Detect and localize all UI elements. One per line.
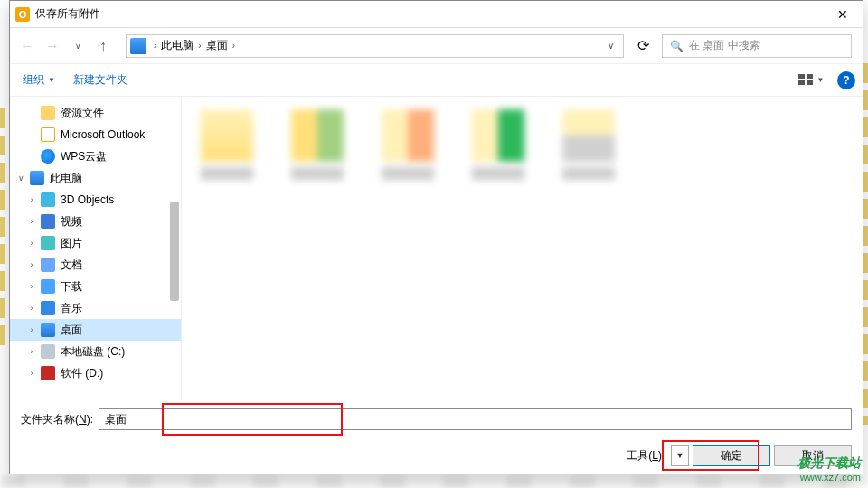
music-icon [41,301,55,315]
expand-icon[interactable]: › [26,260,37,269]
folder-tile[interactable] [285,109,350,180]
sidebar-item[interactable]: ›本地磁盘 (C:) [10,341,181,362]
address-bar[interactable]: › 此电脑 › 桌面 › ∨ [126,34,624,58]
recent-dropdown-icon[interactable]: ∨ [66,34,90,58]
breadcrumb-pc[interactable]: 此电脑 [158,38,196,53]
save-dialog: O 保存所有附件 ✕ ← → ∨ ↑ › 此电脑 › 桌面 › ∨ ⟳ 🔍 在 … [9,0,863,474]
soft-icon [41,366,55,380]
navbar: ← → ∨ ↑ › 此电脑 › 桌面 › ∨ ⟳ 🔍 在 桌面 中搜索 [10,28,863,64]
sidebar-item[interactable]: ›软件 (D:) [10,362,181,384]
tools-button[interactable]: 工具(L) [621,446,667,465]
sidebar-item-label: 视频 [61,214,82,230]
sidebar-item[interactable]: 资源文件 [10,102,181,124]
ok-button[interactable]: 确定 [693,445,770,466]
pics-icon [41,236,55,250]
search-icon: 🔍 [670,40,684,52]
sidebar-item-label: 桌面 [61,323,82,338]
chevron-right-icon[interactable]: › [152,41,158,51]
sidebar-item-label: 3D Objects [61,193,114,206]
docs-icon [41,258,55,272]
scrollbar[interactable] [170,202,179,301]
folder-name-label: 文件夹名称(N): [21,412,93,427]
sidebar-item[interactable]: ›3D Objects [10,189,181,211]
sidebar: 资源文件Microsoft OutlookWPS云盘∨此电脑›3D Object… [10,97,182,399]
down-icon [41,279,55,294]
wps-icon [41,149,55,164]
sidebar-item-label: 图片 [61,236,82,251]
folder-tile[interactable] [194,109,259,180]
help-button[interactable]: ? [837,71,855,89]
toolbar: 组织 ▼ 新建文件夹 ▼ ? [10,64,863,97]
svg-rect-3 [807,80,813,85]
sidebar-item-label: 资源文件 [61,106,104,121]
folder-tile[interactable] [466,109,531,180]
svg-rect-2 [798,80,805,85]
sidebar-item[interactable]: ›文档 [10,254,181,276]
folder-name-row: 文件夹名称(N): [21,408,852,430]
expand-icon[interactable]: › [26,282,37,291]
chevron-right-icon[interactable]: › [231,41,237,51]
desk-icon [41,323,55,337]
chevron-down-icon: ▼ [817,76,825,84]
pc-icon [130,38,146,54]
refresh-button[interactable]: ⟳ [631,34,655,58]
button-row: 工具(L) ▼ 确定 取消 [21,445,852,466]
dialog-title: 保存所有附件 [35,6,823,22]
view-mode-button[interactable]: ▼ [797,70,825,91]
folder-icon [41,106,55,120]
chevron-down-icon: ▼ [48,76,55,84]
sidebar-item[interactable]: ›视频 [10,211,181,232]
forward-button[interactable]: → [41,34,64,58]
expand-icon[interactable]: › [26,304,37,313]
folder-tile[interactable] [375,109,440,180]
outlook-icon: O [15,7,30,22]
organize-button[interactable]: 组织 ▼ [23,72,55,88]
up-button[interactable]: ↑ [91,34,115,58]
3d-icon [41,192,55,207]
sidebar-item-label: 本地磁盘 (C:) [61,344,125,360]
address-dropdown-icon[interactable]: ∨ [602,41,619,51]
back-button[interactable]: ← [15,34,39,58]
sidebar-item-label: Microsoft Outlook [61,128,145,141]
sidebar-item-label: 此电脑 [50,171,82,186]
sidebar-item-label: WPS云盘 [61,149,107,164]
folder-name-input[interactable] [99,408,852,430]
sidebar-item[interactable]: ∨此电脑 [10,167,181,189]
folder-tile[interactable] [556,109,621,180]
expand-icon[interactable]: › [26,217,37,226]
sidebar-item-label: 下载 [61,279,82,295]
expand-icon[interactable]: › [26,347,37,356]
expand-icon[interactable]: › [26,369,37,378]
breadcrumb-desktop[interactable]: 桌面 [203,38,231,53]
sidebar-item[interactable]: ›图片 [10,232,181,254]
sidebar-item-label: 软件 (D:) [61,366,103,381]
new-folder-button[interactable]: 新建文件夹 [73,72,127,88]
expand-icon[interactable]: ∨ [15,174,26,183]
disk-icon [41,344,55,359]
tools-dropdown-icon[interactable]: ▼ [671,445,689,466]
search-input[interactable]: 🔍 在 桌面 中搜索 [662,34,852,58]
footer: 文件夹名称(N): 工具(L) ▼ 确定 取消 [10,399,863,474]
outlook-icon [41,127,55,142]
sidebar-item[interactable]: Microsoft Outlook [10,124,181,145]
video-icon [41,214,55,229]
svg-rect-1 [807,74,813,79]
sidebar-item[interactable]: ›音乐 [10,297,181,319]
expand-icon[interactable]: › [26,325,37,334]
sidebar-item-label: 音乐 [61,301,82,316]
expand-icon[interactable]: › [26,195,37,204]
sidebar-item[interactable]: WPS云盘 [10,145,181,167]
close-button[interactable]: ✕ [823,1,863,28]
pc-icon [30,171,44,185]
chevron-right-icon[interactable]: › [196,41,203,51]
titlebar: O 保存所有附件 ✕ [10,1,863,28]
sidebar-item[interactable]: ›下载 [10,276,181,297]
sidebar-item-label: 文档 [61,258,82,273]
sidebar-item[interactable]: ›桌面 [10,319,181,341]
cancel-button[interactable]: 取消 [774,445,852,466]
svg-rect-0 [798,74,805,79]
file-grid[interactable] [182,97,863,399]
search-placeholder: 在 桌面 中搜索 [689,38,760,53]
expand-icon[interactable]: › [26,239,37,248]
main-area: 资源文件Microsoft OutlookWPS云盘∨此电脑›3D Object… [10,97,863,399]
